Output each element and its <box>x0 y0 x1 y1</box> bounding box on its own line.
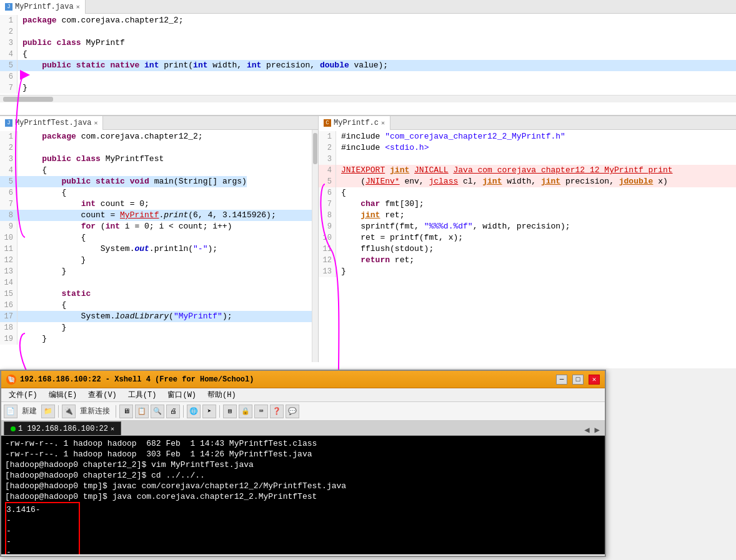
terminal-line: [hadoop@hadoop0 tmp]$ java com.corejava.… <box>5 491 601 502</box>
terminal-line: -rw-rw-r--. 1 hadoop hadoop 682 Feb 1 14… <box>5 438 601 449</box>
code-line: 2 <box>0 142 312 154</box>
editor-container: J MyPrintf.java ✕ 1 package com.corejava… <box>0 0 736 368</box>
copy-btn[interactable]: 📋 <box>135 405 149 418</box>
chat-btn[interactable]: 💬 <box>286 405 299 418</box>
code-line: 9 for (int i = 0; i < count; i++) <box>0 221 312 232</box>
right-code-lines: 1 #include "com_corejava_chapter12_2_MyP… <box>319 130 736 278</box>
close-top-tab[interactable]: ✕ <box>76 3 80 11</box>
terminal-line: -rw-r--r--. 1 hadoop hadoop 303 Feb 1 14… <box>5 449 601 459</box>
left-scrollbar[interactable] <box>312 130 318 362</box>
bottom-editors: J MyPrintfTest.java ✕ 1 package com.core… <box>0 115 736 362</box>
sep3 <box>183 405 184 418</box>
code-line: 9 sprintf(fmt, "%%%d.%df", width, precis… <box>319 221 736 232</box>
xshell-tabbar: 1 192.168.186.100:22 ✕ ◀ ▶ <box>1 421 605 436</box>
code-line: 13 } <box>319 266 736 277</box>
help2-btn[interactable]: ❓ <box>270 405 284 418</box>
xshell-toolbar: 📄 新建 📁 🔌 重新连接 🖥 📋 🔍 🖨 🌐 ➤ ⊞ 🔒 ⌨ ❓ 💬 <box>1 402 605 421</box>
code-line: 1 package com.corejava.chapter12_2; <box>0 131 312 142</box>
kb-btn[interactable]: ⌨ <box>254 405 268 418</box>
terminal-line: [hadoop@hadoop0 tmp]$ javac com/corejava… <box>5 481 601 491</box>
close-left-tab[interactable]: ✕ <box>94 119 97 127</box>
reconnect-label: 重新连接 <box>77 406 112 416</box>
left-scroll-thumb[interactable] <box>313 133 317 164</box>
print-btn[interactable]: 🖨 <box>166 405 180 418</box>
menu-edit[interactable]: 编辑(E) <box>44 388 82 401</box>
code-line: 6 { <box>0 187 312 199</box>
menu-file[interactable]: 文件(F) <box>4 388 42 401</box>
code-line: 5 (JNIEnv* env, jclass cl, jint width, j… <box>319 176 736 187</box>
xshell-window: 🐚 192.168.186.100:22 - Xshell 4 (Free fo… <box>0 370 606 557</box>
code-line: 1 package com.corejava.chapter12_2; <box>0 15 736 26</box>
code-line: 18 } <box>0 322 312 333</box>
sep1 <box>58 405 59 418</box>
new-label: 新建 <box>19 406 39 416</box>
connect-btn[interactable]: 🔌 <box>62 405 76 418</box>
close-button[interactable]: ✕ <box>589 375 600 385</box>
code-line: 7 } <box>0 82 736 94</box>
xshell-app-icon: 🐚 <box>6 375 16 385</box>
code-line: 11 System.out.println("-"); <box>0 243 312 255</box>
arrow-btn[interactable]: ➤ <box>202 405 216 418</box>
terminal-output-line: - <box>6 536 79 547</box>
code-line: 17 System.loadLibrary("MyPrintf"); <box>0 311 312 322</box>
code-line-highlighted: 5 public static native int print(int wid… <box>0 60 736 71</box>
code-line: 13 } <box>0 266 312 277</box>
left-editor-inner: 1 package com.corejava.chapter12_2; 2 3 … <box>0 130 318 362</box>
close-right-tab[interactable]: ✕ <box>381 119 385 127</box>
terminal-btn[interactable]: 🖥 <box>119 405 133 418</box>
tab-myprintf-c-label: MyPrintf.c <box>334 119 379 127</box>
c-file-icon: C <box>324 119 331 127</box>
code-line: 12 return ret; <box>319 255 736 266</box>
xshell-title: 192.168.186.100:22 - Xshell 4 (Free for … <box>20 375 551 384</box>
find-btn[interactable]: 🔍 <box>151 405 164 418</box>
right-editor: C MyPrintf.c ✕ 1 #include "com_corejava_… <box>319 116 736 362</box>
folder-btn[interactable]: 📁 <box>41 405 55 418</box>
code-line: 2 <box>0 26 736 37</box>
terminal-output-line: - <box>6 547 79 554</box>
code-line: 4 { <box>0 165 312 176</box>
top-horiz-thumb[interactable] <box>3 97 53 102</box>
lock-btn[interactable]: 🔒 <box>239 405 252 418</box>
xshell-terminal-tab[interactable]: 1 192.168.186.100:22 ✕ <box>4 421 121 435</box>
minimize-button[interactable]: ─ <box>556 375 567 385</box>
left-tab-bar: J MyPrintfTest.java ✕ <box>0 116 318 130</box>
tab-myprintftest-label: MyPrintfTest.java <box>15 119 91 127</box>
code-line: 7 char fmt[30]; <box>319 199 736 210</box>
menu-window[interactable]: 窗口(W) <box>162 388 201 401</box>
sep2 <box>116 405 116 418</box>
terminal-line: [hadoop@hadoop0 chapter12_2]$ cd ../../.… <box>5 470 601 481</box>
java-file-icon2: J <box>5 119 12 127</box>
menu-tools[interactable]: 工具(T) <box>123 388 162 401</box>
xshell-tab-close[interactable]: ✕ <box>111 425 114 433</box>
terminal-output-line: - <box>6 515 79 526</box>
right-editor-inner: 1 #include "com_corejava_chapter12_2_MyP… <box>319 130 736 362</box>
tab-next[interactable]: ▶ <box>592 425 602 435</box>
code-line: 11 fflush(stdout); <box>319 243 736 255</box>
tab-myprintf-java[interactable]: J MyPrintf.java ✕ <box>0 0 86 14</box>
new-btn[interactable]: 📄 <box>4 405 17 418</box>
globe-btn[interactable]: 🌐 <box>187 405 201 418</box>
menu-view[interactable]: 查看(V) <box>83 388 122 401</box>
grid-btn[interactable]: ⊞ <box>223 405 237 418</box>
top-editor: J MyPrintf.java ✕ 1 package com.corejava… <box>0 0 736 115</box>
code-line: 14 <box>0 277 312 288</box>
tab-myprintf-c[interactable]: C MyPrintf.c ✕ <box>319 116 390 130</box>
code-line: 1 #include "com_corejava_chapter12_2_MyP… <box>319 131 736 142</box>
terminal-output-block: 3.1416- - - - - - <box>5 502 80 554</box>
code-line: 3 public class MyPrintf <box>0 37 736 49</box>
xshell-tab-nav: ◀ ▶ <box>582 425 602 435</box>
top-horiz-scrollbar[interactable] <box>0 95 736 102</box>
terminal-content[interactable]: -rw-rw-r--. 1 hadoop hadoop 682 Feb 1 14… <box>1 436 605 554</box>
code-line: 12 } <box>0 255 312 266</box>
right-code-area: 1 #include "com_corejava_chapter12_2_MyP… <box>319 130 736 362</box>
tab-myprintftest-java[interactable]: J MyPrintfTest.java ✕ <box>0 116 103 130</box>
maximize-button[interactable]: □ <box>572 375 584 385</box>
top-tab-bar: J MyPrintf.java ✕ <box>0 0 736 14</box>
code-line: 5 public static void main(String[] args) <box>0 176 312 187</box>
code-line: 19 } <box>0 333 312 345</box>
tab-prev[interactable]: ◀ <box>582 425 592 435</box>
menu-help[interactable]: 帮助(H) <box>202 388 241 401</box>
sep4 <box>219 405 220 418</box>
code-line: 15 static <box>0 288 312 300</box>
code-line: 10 ret = printf(fmt, x); <box>319 232 736 243</box>
